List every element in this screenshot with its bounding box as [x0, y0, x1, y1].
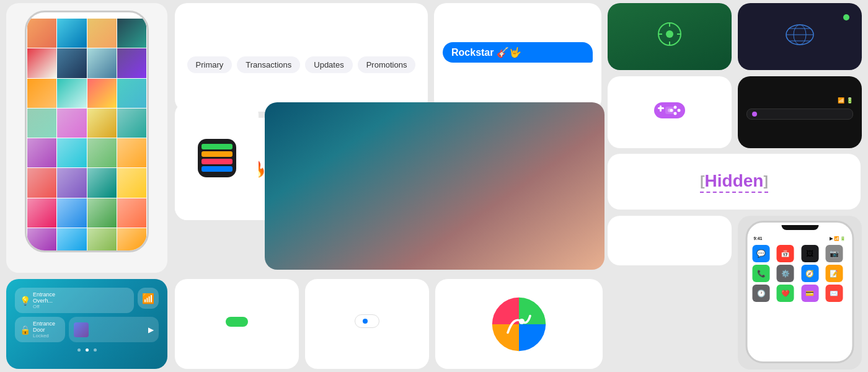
mail-card: Primary Transactions Updates Promotions [175, 3, 428, 112]
app-safari: 🧭 [801, 265, 818, 282]
svg-point-1 [666, 30, 673, 38]
mail-pills: Primary Transactions Updates Promotions [187, 56, 416, 73]
photo-thumb [27, 79, 56, 108]
photo-thumb [57, 48, 86, 78]
satellite-content [744, 9, 856, 64]
phone2-mockup: 9:41 ▶ 📶 🔋 💬 📅 🖼 📷 📞 ⚙️ 🧭 📝 🕐 ❤️ 💳 ✉️ [746, 221, 854, 363]
phone2-island [781, 225, 818, 230]
game-controller-icon [653, 99, 686, 122]
photo-thumb [87, 168, 117, 197]
rockstar-text: Rockstar 🎸🤟 [451, 47, 521, 58]
photo-thumb [87, 228, 117, 252]
photo-thumb [57, 19, 86, 48]
photo-thumb [87, 138, 117, 167]
cc-dot [94, 348, 97, 352]
svg-point-19 [668, 108, 671, 112]
cc-dot [78, 348, 81, 352]
cc-lock-status: Locked [33, 333, 55, 339]
rcs-card [175, 279, 299, 369]
wallet-app-icon [198, 139, 236, 177]
photo-thumb [57, 168, 86, 197]
photo-thumb [117, 168, 146, 197]
app-calendar: 📅 [777, 245, 794, 262]
photo-thumb [57, 138, 86, 167]
maps-card [435, 279, 603, 369]
cc-row-2: 🔒 Entrance Door Locked ▶ [15, 317, 159, 342]
svg-rect-13 [660, 105, 662, 112]
control-center-content: 💡 Entrance Overh... Off 📶 🔒 Entrance [6, 279, 167, 369]
main-layout: Primary Transactions Updates Promotions … [0, 0, 868, 372]
photo-thumb [117, 228, 146, 252]
photo-thumb [87, 19, 117, 48]
wallet-stripe-orange [202, 151, 232, 157]
photo-thumb [27, 19, 56, 48]
mail-pill-transactions: Transactions [237, 56, 300, 73]
cc-row-1: 💡 Entrance Overh... Off 📶 [15, 288, 159, 313]
cc-widget-lock: 🔒 Entrance Door Locked [15, 317, 65, 342]
reminders-purple-dot [752, 112, 757, 117]
photo-thumb [87, 198, 117, 228]
reminders-notification [746, 108, 853, 120]
phone2-apps: 💬 📅 🖼 📷 📞 ⚙️ 🧭 📝 🕐 ❤️ 💳 ✉️ [748, 242, 852, 304]
mail-pill-primary: Primary [187, 56, 232, 73]
maps-icon [491, 296, 547, 352]
state-of-mind-content [649, 3, 691, 70]
svg-point-17 [674, 112, 677, 115]
blown-card: Rockstar 🎸🤟 [434, 3, 601, 112]
phone2-status: 9:41 ▶ 📶 🔋 [748, 232, 852, 242]
mail-pill-updates: Updates [305, 56, 352, 73]
cc-light-sublabel: Overh... [33, 298, 55, 304]
photo-thumb [27, 108, 56, 138]
light-icon: 💡 [20, 296, 30, 306]
phone2-card: 9:41 ▶ 📶 🔋 💬 📅 🖼 📷 📞 ⚙️ 🧭 📝 🕐 ❤️ 💳 ✉️ [738, 216, 862, 370]
cc-widget-light-content: Entrance Overh... Off [33, 291, 55, 309]
wifi-icon: 📶 [142, 293, 154, 304]
cc-music-thumb [74, 322, 89, 337]
phone-mockup [25, 11, 149, 252]
wallet-stripe-red [202, 159, 232, 164]
app-messages: 💬 [753, 245, 770, 262]
cc-music-widget: ▶ [69, 317, 159, 342]
app-facetime: 📞 [753, 265, 770, 282]
photo-thumb [87, 79, 117, 108]
rcs-badge [226, 317, 248, 327]
locked-card: [Hidden] [608, 154, 861, 210]
wallet-stripe-green [202, 144, 232, 149]
app-notes: 📝 [825, 265, 843, 282]
hidden-word: [Hidden] [700, 171, 768, 193]
wallet-card [175, 102, 259, 220]
rockstar-bubble: Rockstar 🎸🤟 [443, 42, 593, 63]
play-icon[interactable]: ▶ [148, 326, 154, 334]
photo-thumb [57, 108, 86, 138]
svg-point-21 [519, 319, 525, 324]
cc-lock-content: Entrance Door Locked [33, 321, 55, 339]
app-settings: ⚙️ [777, 265, 794, 282]
phone2-icons: ▶ 📶 🔋 [830, 236, 846, 241]
cc-light-label: Entrance [33, 291, 55, 298]
photos-card [6, 3, 167, 273]
photo-thumb [117, 198, 146, 228]
reminders-header: 📶 🔋 [746, 97, 853, 104]
photo-thumb [87, 48, 117, 78]
send-later-notification [355, 314, 379, 328]
cc-light-status: Off [33, 304, 55, 309]
state-of-mind-card [608, 3, 732, 70]
reminders-card: 📶 🔋 [738, 76, 862, 148]
cc-widget-light: 💡 Entrance Overh... Off [15, 288, 134, 313]
app-photos: 🖼 [801, 245, 818, 262]
photo-thumb [117, 19, 146, 48]
satellite-card [738, 3, 862, 70]
photo-thumb [87, 108, 117, 138]
svg-point-14 [674, 106, 677, 109]
satellite-globe-icon [784, 24, 815, 46]
photos-grid [27, 19, 147, 252]
app-wallet: 💳 [801, 285, 818, 302]
mail-pill-promotions: Promotions [358, 56, 416, 73]
home-screen-label-card [608, 216, 732, 265]
photo-thumb [117, 138, 146, 167]
photo-thumb [57, 228, 86, 252]
photo-thumb [27, 228, 56, 252]
photo-thumb [117, 79, 146, 108]
photo-thumb [117, 108, 146, 138]
state-of-mind-icon [657, 22, 682, 46]
